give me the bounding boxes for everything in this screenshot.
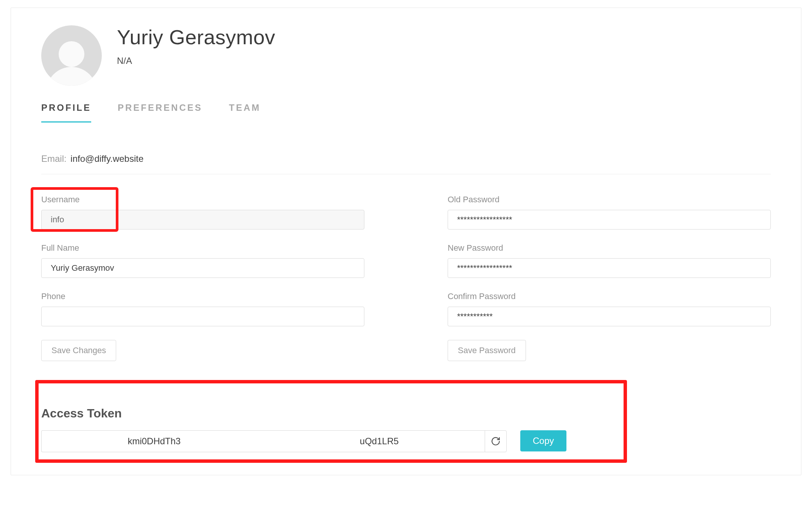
confirm-password-input[interactable] <box>448 307 771 326</box>
tab-preferences[interactable]: Preferences <box>118 102 202 123</box>
email-value: info@diffy.website <box>70 154 143 164</box>
avatar <box>41 25 102 86</box>
fullname-input[interactable] <box>41 258 364 278</box>
email-row: Email: info@diffy.website <box>41 154 771 174</box>
refresh-token-button[interactable] <box>485 430 507 452</box>
old-password-input[interactable] <box>448 210 771 230</box>
new-password-label: New Password <box>448 243 771 253</box>
old-password-label: Old Password <box>448 195 771 205</box>
user-subtitle: N/A <box>117 56 275 66</box>
confirm-password-label: Confirm Password <box>448 292 771 301</box>
refresh-icon <box>491 436 501 446</box>
access-token-title: Access Token <box>41 406 771 420</box>
phone-label: Phone <box>41 292 364 301</box>
copy-token-button[interactable]: Copy <box>520 430 566 451</box>
tab-team[interactable]: Team <box>229 102 261 123</box>
user-display-name: Yuriy Gerasymov <box>117 25 275 49</box>
new-password-input[interactable] <box>448 258 771 278</box>
username-input <box>41 210 364 230</box>
email-label: Email: <box>41 154 67 164</box>
save-password-button[interactable]: Save Password <box>448 340 526 361</box>
tab-profile[interactable]: Profile <box>41 102 91 123</box>
fullname-label: Full Name <box>41 243 364 253</box>
username-label: Username <box>41 195 364 205</box>
access-token-input[interactable] <box>41 430 485 452</box>
profile-tabs: Profile Preferences Team <box>41 102 771 123</box>
save-changes-button[interactable]: Save Changes <box>41 340 116 361</box>
phone-input[interactable] <box>41 307 364 326</box>
